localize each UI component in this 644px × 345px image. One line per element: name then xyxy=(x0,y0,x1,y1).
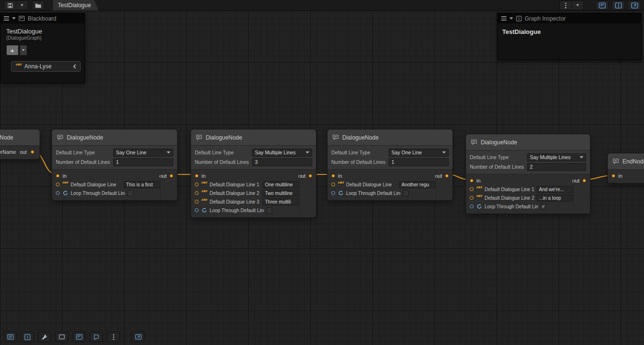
dialogue-line-input[interactable]: This is a first xyxy=(124,181,160,188)
loop-icon xyxy=(62,190,68,196)
settings-button[interactable] xyxy=(38,332,51,342)
save-button[interactable] xyxy=(4,1,16,9)
overflow-menu-button[interactable] xyxy=(560,1,571,9)
node-ports: in out Default Dialogue Line This is a f… xyxy=(52,170,177,200)
dialogue-node-4[interactable]: DialogueNode Default Line Type Say Multi… xyxy=(465,134,591,214)
quote-icon xyxy=(201,200,207,204)
in-port[interactable] xyxy=(612,174,615,178)
dialogue-line-port[interactable] xyxy=(195,200,199,204)
out-port[interactable] xyxy=(445,174,449,178)
more-button[interactable] xyxy=(107,332,120,342)
node-title-bar[interactable]: Node xyxy=(0,129,40,146)
dialogue-line-port[interactable] xyxy=(331,183,335,186)
end-node[interactable]: EndNode in xyxy=(607,153,644,183)
console-button[interactable] xyxy=(4,332,17,342)
expand-panel-button[interactable] xyxy=(628,0,641,10)
info-button[interactable] xyxy=(21,332,34,342)
graph-inspector-header[interactable]: Graph Inspector xyxy=(498,13,641,23)
node-properties: Default Line Type Say Multiple Lines Num… xyxy=(191,146,316,170)
loop-port[interactable] xyxy=(331,191,335,195)
frame-button[interactable] xyxy=(55,332,68,342)
count-input[interactable]: 1 xyxy=(113,158,173,166)
collapse-caret-icon[interactable] xyxy=(12,17,16,20)
panel-menu-icon[interactable] xyxy=(501,16,507,21)
node-title-bar[interactable]: EndNode xyxy=(608,153,644,170)
dialogue-line-label: Default Dialogue Line 1 xyxy=(210,182,259,187)
frame-icon xyxy=(59,334,65,340)
add-property-button[interactable]: + xyxy=(6,45,19,55)
panel-menu-icon[interactable] xyxy=(4,16,9,21)
blackboard-graph-type: (DialogueGraph) xyxy=(6,35,84,41)
collapse-caret-icon[interactable] xyxy=(509,17,513,20)
loop-label: Loop Through Default Lines? xyxy=(71,191,125,196)
dialogue-line-port[interactable] xyxy=(470,196,474,200)
line-type-dropdown[interactable]: Say Multiple Lines xyxy=(252,149,312,157)
in-port[interactable] xyxy=(331,174,335,178)
dialogue-line-input[interactable]: Another regu xyxy=(399,181,435,188)
dialogue-line-input[interactable]: One multiline xyxy=(263,181,299,188)
line-type-value: Say Multiple Lines xyxy=(530,154,570,160)
dialogue-line-label: Default Dialogue Line xyxy=(71,182,116,187)
line-type-dropdown[interactable]: Say One Line xyxy=(113,149,173,157)
loop-checkbox[interactable]: ✓ xyxy=(540,204,546,210)
in-port[interactable] xyxy=(195,174,199,178)
dialogue-line-input[interactable]: ...in a loop xyxy=(537,194,573,202)
count-input[interactable]: 2 xyxy=(527,163,586,171)
output-port-name: kerName xyxy=(0,149,16,155)
line-type-dropdown[interactable]: Say One Line xyxy=(389,149,449,157)
save-dropdown-button[interactable] xyxy=(16,1,28,9)
dialogue-line-port[interactable] xyxy=(195,183,199,186)
dialogue-line-value: One multiline xyxy=(265,182,293,187)
count-input[interactable]: 1 xyxy=(389,158,449,166)
loop-label: Loop Through Default Lines? xyxy=(485,204,538,209)
count-label: Number of Default Lines xyxy=(195,159,252,165)
dialogue-line-input[interactable]: Three multili xyxy=(263,198,299,205)
in-port[interactable] xyxy=(470,179,474,183)
dialogue-node-2[interactable]: DialogueNode Default Line Type Say Multi… xyxy=(190,129,317,218)
dialogue-icon xyxy=(93,334,99,340)
count-label: Number of Default Lines xyxy=(470,164,527,170)
out-port[interactable] xyxy=(582,179,586,183)
line-type-dropdown[interactable]: Say Multiple Lines xyxy=(527,153,586,162)
loop-checkbox[interactable] xyxy=(127,190,133,196)
dialogue-line-input[interactable]: And we're... xyxy=(537,186,573,193)
open-asset-button[interactable] xyxy=(32,1,44,9)
graph-tab[interactable]: TestDialogue xyxy=(53,0,98,11)
side-panel-button[interactable] xyxy=(132,332,145,342)
ports-divider xyxy=(160,170,161,200)
loop-label: Loop Through Default Lines? xyxy=(346,191,401,196)
node-title-bar[interactable]: DialogueNode xyxy=(52,129,177,146)
out-port[interactable] xyxy=(169,174,173,178)
blackboard-button[interactable] xyxy=(73,332,85,342)
dialogue-button[interactable] xyxy=(90,332,103,342)
node-title-label: DialogueNode xyxy=(342,134,379,141)
inspector-toggle-button[interactable] xyxy=(612,0,625,10)
start-node[interactable]: Node kerName out xyxy=(0,129,40,160)
overflow-dropdown-button[interactable] xyxy=(572,1,583,9)
chevron-left-icon[interactable] xyxy=(73,64,76,69)
loop-port[interactable] xyxy=(56,191,60,195)
count-input[interactable]: 3 xyxy=(252,158,312,166)
end-node-icon xyxy=(612,158,619,164)
dialogue-line-input[interactable]: Two multiline xyxy=(263,190,299,197)
loop-port[interactable] xyxy=(195,208,199,212)
dialogue-line-port[interactable] xyxy=(195,191,199,195)
dialogue-line-port[interactable] xyxy=(470,187,474,191)
in-port[interactable] xyxy=(56,174,60,178)
blackboard-header[interactable]: Blackboard xyxy=(0,13,84,23)
blackboard-toggle-button[interactable] xyxy=(595,0,609,10)
loop-checkbox[interactable] xyxy=(403,190,409,196)
out-port[interactable] xyxy=(308,174,312,178)
dialogue-node-3[interactable]: DialogueNode Default Line Type Say One L… xyxy=(327,129,453,201)
out-port[interactable] xyxy=(31,150,34,154)
add-property-dropdown-button[interactable] xyxy=(20,45,27,55)
node-title-bar[interactable]: DialogueNode xyxy=(327,129,453,146)
loop-port[interactable] xyxy=(470,205,474,208)
dialogue-line-port[interactable] xyxy=(56,183,60,186)
loop-checkbox[interactable] xyxy=(266,207,272,214)
dialogue-node-1[interactable]: DialogueNode Default Line Type Say One L… xyxy=(52,129,178,201)
line-type-value: Say One Line xyxy=(391,150,422,155)
node-title-bar[interactable]: DialogueNode xyxy=(191,129,316,146)
blackboard-property-anna-lyse[interactable]: Anna-Lyse xyxy=(11,61,81,72)
node-title-bar[interactable]: DialogueNode xyxy=(466,134,590,151)
